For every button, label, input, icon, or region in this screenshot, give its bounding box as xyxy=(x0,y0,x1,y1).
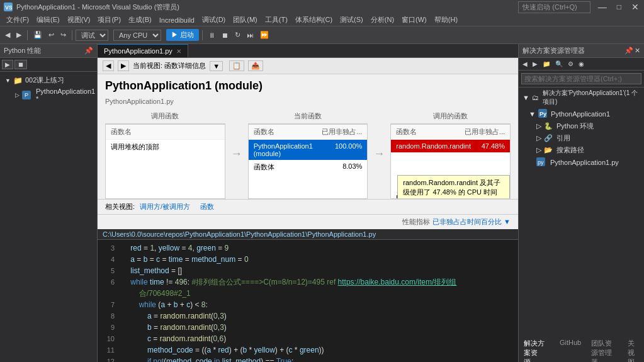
back-button[interactable]: ◀ xyxy=(3,30,13,40)
lp-btn-1[interactable]: ▶ xyxy=(2,60,13,69)
current-item-0[interactable]: PythonApplication1 (module) 100.00% xyxy=(249,140,368,160)
rp-toolbar-btn-5[interactable]: ⚙ xyxy=(566,60,575,68)
search-path-arrow: ▷ xyxy=(536,146,541,154)
forward-button[interactable]: ▶ xyxy=(14,30,24,40)
toolbar-btn-2[interactable]: ⏹ xyxy=(219,30,231,40)
menu-edit[interactable]: 编辑(E) xyxy=(33,14,64,26)
rp-close[interactable]: ✕ xyxy=(635,47,640,55)
toolbar-btn-3[interactable]: ↻ xyxy=(232,30,243,40)
tree-root-label: 002课上练习 xyxy=(25,76,64,85)
menu-tools[interactable]: 工具(T) xyxy=(261,14,291,26)
callee-item-name-0: random.Random.randint xyxy=(396,142,473,150)
nav-back[interactable]: ◀ xyxy=(103,60,114,71)
callee-col-box: 函数名 已用非独占... random.Random.randint 47.48… xyxy=(390,124,511,199)
link-call-tree[interactable]: 调用方/被调用方 xyxy=(140,202,190,212)
rp-toolbar-btn-3[interactable]: 📁 xyxy=(541,60,552,68)
rp-tab-github[interactable]: GitHub xyxy=(555,337,586,362)
line-num-4: 4 xyxy=(98,254,120,265)
py-file-item[interactable]: py PythonApplication1.py xyxy=(519,156,644,169)
tab-profile[interactable]: PythonApplication1.py ✕ xyxy=(98,44,188,57)
menu-test[interactable]: 测试(S) xyxy=(336,14,367,26)
ref-item[interactable]: ▷ 🔗 引用 xyxy=(519,132,644,144)
rp-toolbar-btn-1[interactable]: ◀ xyxy=(521,60,529,68)
callee-item-0[interactable]: random.Random.randint 47.48% xyxy=(391,140,510,152)
folder-icon: 📁 xyxy=(13,76,23,85)
profile-links: 相关视图: 调用方/被调用方 函数 xyxy=(98,199,518,214)
rp-toolbar-btn-4[interactable]: 🔍 xyxy=(553,60,565,68)
nav-forward[interactable]: ▶ xyxy=(118,60,129,71)
maximize-btn[interactable]: □ xyxy=(612,3,626,11)
tree-child-arrow: ▷ xyxy=(15,92,20,98)
window-title: PythonApplication1 - Microsoft Visual St… xyxy=(16,3,179,12)
rp-toolbar-btn-6[interactable]: ◉ xyxy=(577,60,586,68)
project-arrow: ▼ xyxy=(529,110,536,118)
close-btn[interactable]: ✕ xyxy=(626,2,644,12)
line-num-9: 9 xyxy=(98,322,120,333)
rp-pin[interactable]: 📌 xyxy=(624,47,633,55)
menu-view[interactable]: 视图(V) xyxy=(64,14,94,26)
menu-file[interactable]: 文件(F) xyxy=(3,14,33,26)
left-panel-content: ▼ 📁 002课上练习 ▷ P PythonApplication1 * xyxy=(0,72,97,362)
solution-root[interactable]: ▼ 🗂 解决方案'PythonApplication1'(1 个项目) xyxy=(519,88,644,108)
search-path-icon: 📂 xyxy=(544,146,553,154)
menu-debug[interactable]: 调试(D) xyxy=(198,14,229,26)
code-content[interactable]: 3 red = 1, yellow = 4, green = 9 4 a = b… xyxy=(98,240,518,362)
line-code-11: method_code = ((a * red) + (b * yellow) … xyxy=(120,344,518,356)
solution-search-input[interactable] xyxy=(521,73,641,84)
toolbar-save[interactable]: 💾 xyxy=(31,30,45,40)
platform-dropdown[interactable]: Any CPU xyxy=(113,30,161,41)
caller-item-0[interactable]: 调用堆栈的顶部 xyxy=(106,140,225,154)
rp-tab-related[interactable]: 关视图 xyxy=(623,337,644,362)
tree-root[interactable]: ▼ 📁 002课上练习 xyxy=(3,74,94,86)
left-panel-pin[interactable]: 📌 xyxy=(84,47,93,55)
title-bar: VS PythonApplication1 - Microsoft Visual… xyxy=(0,0,644,14)
current-item-name-1: 函数体 xyxy=(254,162,331,172)
nav-dropdown[interactable]: ▼ xyxy=(210,61,223,71)
line-code-4: a = b = c = time = method_num = 0 xyxy=(120,254,518,265)
py-file-icon: py xyxy=(536,157,545,167)
rp-tab-solution[interactable]: 解决方案资源... xyxy=(519,337,555,362)
right-panel-toolbar: ◀ ▶ 📁 🔍 ⚙ ◉ xyxy=(519,58,644,71)
menu-team[interactable]: 团队(M) xyxy=(229,14,261,26)
nav-copy[interactable]: 📋 xyxy=(229,60,244,71)
ref-arrow: ▷ xyxy=(536,134,541,142)
line-num-11: 11 xyxy=(98,344,120,356)
search-box[interactable]: 快速启动 (Ctrl+Q) xyxy=(518,1,590,13)
minimize-btn[interactable]: — xyxy=(593,2,612,12)
toolbar-btn-4[interactable]: ⏭ xyxy=(244,30,256,40)
current-item-1[interactable]: 函数体 8.03% xyxy=(249,160,368,174)
toolbar-undo[interactable]: ↩ xyxy=(46,30,57,40)
menu-window[interactable]: 窗口(W) xyxy=(398,14,431,26)
search-path-item[interactable]: ▷ 📂 搜索路径 xyxy=(519,144,644,156)
menu-arch[interactable]: 体系结构(C) xyxy=(291,14,336,26)
footer-metric[interactable]: 已非独占占时间百分比 ▼ xyxy=(432,217,511,227)
menu-project[interactable]: 项目(P) xyxy=(94,14,125,26)
menu-incredibuild[interactable]: Incredibuild xyxy=(155,15,198,25)
project-item[interactable]: ▼ Py PythonApplication1 xyxy=(519,108,644,120)
toolbar-redo[interactable]: ↪ xyxy=(58,30,69,40)
lp-btn-2[interactable]: ⏹ xyxy=(14,60,27,69)
start-button[interactable]: ▶ 启动 xyxy=(166,29,199,41)
center-panel: PythonApplication1.py ✕ ◀ ▶ 当前视图: 函数详细信息… xyxy=(98,44,518,362)
right-panel-title: 解决方案资源管理器 xyxy=(523,46,585,55)
svg-text:py: py xyxy=(538,159,544,166)
link-functions[interactable]: 函数 xyxy=(200,202,214,212)
code-section: C:\Users\0.0\source\repos\PythonApplicat… xyxy=(98,229,518,362)
ref-icon: 🔗 xyxy=(544,134,553,142)
rp-tab-team[interactable]: 团队资源管理器 xyxy=(586,337,623,362)
env-item[interactable]: ▷ 🐍 Python 环境 xyxy=(519,120,644,132)
menu-help[interactable]: 帮助(H) xyxy=(431,14,461,26)
tab-close-profile[interactable]: ✕ xyxy=(176,48,181,55)
nav-export[interactable]: 📤 xyxy=(248,60,263,71)
menu-analyze[interactable]: 分析(N) xyxy=(367,14,398,26)
menu-build[interactable]: 生成(B) xyxy=(125,14,155,26)
code-line-12: 12 if not(method_code in list_method) ==… xyxy=(98,356,518,362)
toolbar-btn-1[interactable]: ⏸ xyxy=(206,30,218,40)
config-dropdown[interactable]: 调试 xyxy=(76,30,108,41)
project-label: PythonApplication1 xyxy=(551,110,610,118)
tree-child[interactable]: ▷ P PythonApplication1 * xyxy=(3,86,94,104)
right-panel-content: ▼ 🗂 解决方案'PythonApplication1'(1 个项目) ▼ Py… xyxy=(519,88,644,337)
toolbar-btn-5[interactable]: ⏩ xyxy=(257,30,271,40)
rp-toolbar-btn-2[interactable]: ▶ xyxy=(531,60,539,68)
toolbar-separator xyxy=(27,30,28,40)
